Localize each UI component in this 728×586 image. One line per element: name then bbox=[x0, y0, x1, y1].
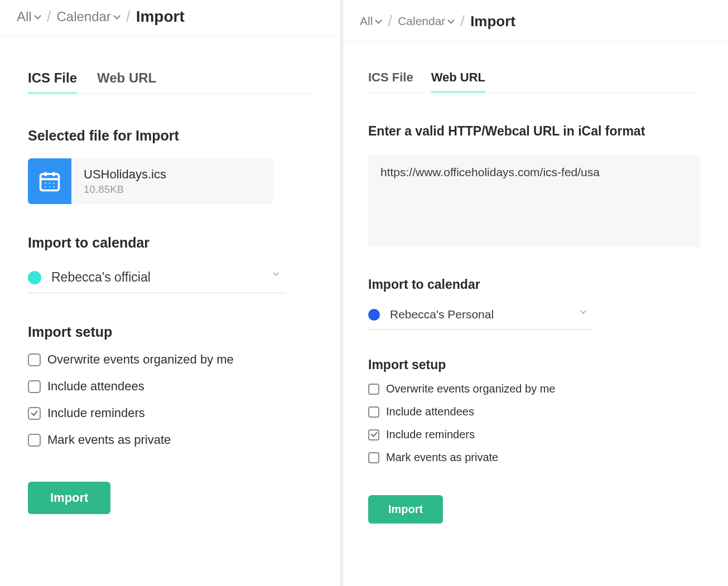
import-button[interactable]: Import bbox=[28, 482, 110, 514]
checkbox-icon bbox=[28, 434, 41, 447]
import-setup-heading: Import setup bbox=[368, 357, 700, 372]
chevron-down-icon bbox=[35, 14, 41, 21]
import-to-calendar-heading: Import to calendar bbox=[368, 277, 700, 292]
option-label: Overwrite events organized by me bbox=[47, 352, 234, 367]
checkbox-icon bbox=[28, 380, 41, 393]
chevron-down-icon bbox=[449, 19, 455, 25]
option-reminders[interactable]: Include reminders bbox=[368, 428, 700, 441]
calendar-color-dot bbox=[28, 271, 41, 284]
breadcrumb-section[interactable]: Calendar bbox=[56, 9, 120, 25]
selected-file-heading: Selected file for Import bbox=[28, 128, 312, 144]
option-label: Include reminders bbox=[386, 428, 475, 441]
svg-point-9 bbox=[53, 186, 54, 187]
option-label: Include attendees bbox=[386, 405, 474, 418]
tab-ics-file[interactable]: ICS File bbox=[28, 67, 77, 94]
option-label: Mark events as private bbox=[47, 433, 171, 447]
breadcrumb-section-label: Calendar bbox=[56, 9, 110, 25]
option-attendees[interactable]: Include attendees bbox=[28, 379, 312, 394]
chevron-down-icon bbox=[274, 272, 280, 278]
breadcrumb-separator: / bbox=[126, 8, 131, 26]
option-reminders[interactable]: Include reminders bbox=[28, 406, 312, 420]
checkbox-icon bbox=[28, 353, 41, 366]
import-to-calendar-heading: Import to calendar bbox=[28, 235, 312, 251]
breadcrumb-section[interactable]: Calendar bbox=[398, 14, 455, 28]
checkbox-icon bbox=[28, 407, 41, 420]
calendar-select[interactable]: Rebecca's official bbox=[28, 267, 286, 293]
svg-rect-0 bbox=[41, 174, 59, 190]
import-button[interactable]: Import bbox=[368, 495, 443, 524]
chevron-down-icon bbox=[114, 14, 120, 21]
option-private[interactable]: Mark events as private bbox=[368, 451, 700, 464]
svg-point-6 bbox=[53, 183, 54, 184]
pane-divider-shadow bbox=[340, 0, 345, 586]
chevron-down-icon bbox=[376, 19, 382, 25]
option-attendees[interactable]: Include attendees bbox=[368, 405, 700, 418]
calendar-file-icon bbox=[28, 158, 71, 204]
webcal-url-input[interactable] bbox=[368, 154, 700, 247]
checkbox-icon bbox=[368, 452, 379, 463]
import-tabs: ICS File Web URL bbox=[28, 67, 312, 94]
svg-point-4 bbox=[45, 183, 46, 184]
checkbox-icon bbox=[368, 384, 379, 395]
url-input-heading: Enter a valid HTTP/Webcal URL in iCal fo… bbox=[368, 124, 700, 139]
breadcrumb: All / Calendar / Import bbox=[0, 0, 340, 36]
breadcrumb-separator: / bbox=[460, 12, 465, 30]
option-overwrite[interactable]: Overwrite events organized by me bbox=[28, 352, 312, 367]
option-label: Include attendees bbox=[47, 379, 144, 394]
tab-web-url[interactable]: Web URL bbox=[431, 67, 485, 93]
tab-web-url[interactable]: Web URL bbox=[97, 67, 156, 94]
chevron-down-icon bbox=[581, 310, 587, 316]
selected-file-row[interactable]: USHolidays.ics 10.85KB bbox=[28, 158, 273, 204]
import-pane-ics: All / Calendar / Import ICS File Web URL… bbox=[0, 0, 340, 586]
breadcrumb-section-label: Calendar bbox=[398, 14, 445, 28]
breadcrumb-current: Import bbox=[470, 13, 515, 30]
svg-point-5 bbox=[49, 183, 50, 184]
file-name: USHolidays.ics bbox=[84, 167, 166, 182]
calendar-select-label: Rebecca's official bbox=[51, 270, 151, 285]
breadcrumb-separator: / bbox=[388, 12, 392, 30]
checkbox-icon bbox=[368, 429, 379, 440]
breadcrumb-root[interactable]: All bbox=[17, 9, 41, 25]
checkbox-icon bbox=[368, 406, 379, 418]
import-tabs: ICS File Web URL bbox=[368, 67, 700, 93]
breadcrumb-root-label: All bbox=[360, 14, 373, 28]
calendar-select[interactable]: Rebecca's Personal bbox=[368, 304, 593, 330]
svg-point-8 bbox=[49, 186, 50, 187]
option-label: Mark events as private bbox=[386, 451, 498, 464]
breadcrumb-separator: / bbox=[47, 8, 51, 26]
breadcrumb-root-label: All bbox=[17, 9, 32, 25]
calendar-color-dot bbox=[368, 309, 380, 321]
option-overwrite[interactable]: Overwrite events organized by me bbox=[368, 382, 700, 395]
import-setup-options: Overwrite events organized by me Include… bbox=[28, 352, 312, 447]
svg-point-7 bbox=[45, 186, 46, 187]
option-private[interactable]: Mark events as private bbox=[28, 433, 312, 447]
file-meta: USHolidays.ics 10.85KB bbox=[84, 167, 166, 196]
breadcrumb-root[interactable]: All bbox=[360, 14, 382, 28]
import-setup-heading: Import setup bbox=[28, 324, 312, 340]
import-pane-weburl: All / Calendar / Import ICS File Web URL… bbox=[340, 0, 728, 586]
breadcrumb: All / Calendar / Import bbox=[340, 0, 728, 42]
option-label: Overwrite events organized by me bbox=[386, 382, 555, 395]
import-setup-options: Overwrite events organized by me Include… bbox=[368, 382, 700, 464]
tab-ics-file[interactable]: ICS File bbox=[368, 67, 413, 93]
breadcrumb-current: Import bbox=[136, 8, 185, 26]
file-size: 10.85KB bbox=[84, 184, 166, 196]
option-label: Include reminders bbox=[47, 406, 145, 420]
calendar-select-label: Rebecca's Personal bbox=[390, 308, 494, 321]
